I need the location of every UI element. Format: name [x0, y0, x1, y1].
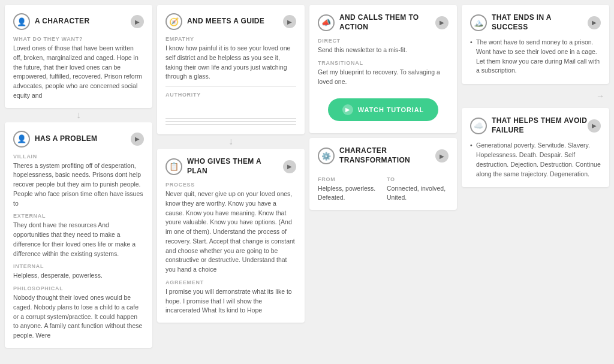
column-3: 📣 AND CALLS THEM TO ACTION ▶ DIRECT Send… [309, 5, 457, 348]
watch-tutorial-button[interactable]: ▶ WATCH TUTORIAL [328, 98, 438, 121]
divider [165, 86, 296, 87]
external-label: EXTERNAL [13, 213, 144, 219]
card-nav-button[interactable]: ▶ [435, 16, 449, 29]
card-nav-button[interactable]: ▶ [283, 160, 296, 173]
vertical-arrow-1: ↓ [5, 108, 152, 122]
to-section: TO Connected, involved, United. [387, 172, 449, 203]
card-nav-button[interactable]: ▶ [588, 16, 601, 29]
from-label: FROM [318, 176, 380, 182]
card-title-group: 👤 A CHARACTER [13, 13, 90, 30]
card-title-group: 🏔️ THAT ENDS IN A SUCCESS [470, 13, 588, 32]
card-character-transformation: ⚙️ CHARACTER TRANSFORMATION ▶ FROM Helpl… [309, 138, 457, 210]
card-header: 📋 WHO GIVES THEM A PLAN ▶ [165, 157, 296, 176]
agreement-text: I promise you will demonstrate what its … [165, 287, 296, 315]
authority-label: AUTHORITY [165, 92, 296, 98]
to-label: TO [387, 176, 449, 182]
from-to-row: FROM Helpless, powerless. Defeated. TO C… [318, 172, 449, 203]
card-header: ☁️ THAT HELPS THEM AVOID FAILURE ▶ [470, 116, 601, 135]
card-title: THAT ENDS IN A SUCCESS [492, 13, 588, 32]
authority-line2 [165, 121, 296, 122]
internal-text: Helpless, desperate, powerless. [13, 271, 144, 281]
card-title: CHARACTER TRANSFORMATION [339, 146, 435, 165]
problem-icon: 👤 [13, 131, 30, 148]
card-title-group: 📣 AND CALLS THEM TO ACTION [318, 13, 435, 32]
authority-line3 [165, 124, 296, 125]
process-text: Never quit, never give up on your loved … [165, 189, 296, 275]
card-who-gives-plan: 📋 WHO GIVES THEM A PLAN ▶ PROCESS Never … [157, 149, 305, 323]
direct-label: DIRECT [318, 38, 449, 44]
from-text: Helpless, powerless. Defeated. [318, 184, 380, 203]
card-nav-button[interactable]: ▶ [435, 149, 449, 163]
success-bullet: The wont have to send money to a prison.… [470, 38, 601, 76]
internal-label: INTERNAL [13, 263, 144, 269]
empathy-label: EMPATHY [165, 36, 296, 42]
main-layout: 👤 A CHARACTER ▶ WHAT DO THEY WANT? Loved… [5, 5, 609, 348]
play-icon: ▶ [342, 104, 353, 115]
card-a-character: 👤 A CHARACTER ▶ WHAT DO THEY WANT? Loved… [5, 5, 152, 108]
transitional-label: TRANSITIONAL [318, 60, 449, 66]
failure-bullet: Generational poverty. Servitude. Slavery… [470, 141, 601, 179]
card-title-group: 📋 WHO GIVES THEM A PLAN [165, 157, 283, 176]
column-1: 👤 A CHARACTER ▶ WHAT DO THEY WANT? Loved… [5, 5, 152, 348]
external-text: They dont have the resources And opportu… [13, 221, 144, 258]
card-calls-to-action: 📣 AND CALLS THEM TO ACTION ▶ DIRECT Send… [309, 5, 457, 133]
agreement-label: AGREEMENT [165, 279, 296, 285]
horizontal-arrow-col4: → [462, 89, 609, 103]
philosophical-label: PHILOSOPHICAL [13, 285, 144, 291]
card-avoid-failure: ☁️ THAT HELPS THEM AVOID FAILURE ▶ Gener… [462, 108, 609, 187]
column-4: 🏔️ THAT ENDS IN A SUCCESS ▶ The wont hav… [462, 5, 609, 348]
failure-icon: ☁️ [470, 118, 487, 134]
card-title: THAT HELPS THEM AVOID FAILURE [492, 116, 588, 135]
card-title: AND CALLS THEM TO ACTION [339, 13, 435, 32]
success-icon: 🏔️ [470, 14, 487, 31]
card-nav-button[interactable]: ▶ [131, 15, 144, 28]
card-title-group: ☁️ THAT HELPS THEM AVOID FAILURE [470, 116, 588, 135]
card-title: A CHARACTER [35, 17, 90, 26]
direct-text: Send this newsletter to a mis-fit. [318, 46, 449, 55]
card-title: AND MEETS A GUIDE [187, 17, 264, 26]
transformation-icon: ⚙️ [318, 148, 335, 164]
card-title-group: 🧭 AND MEETS A GUIDE [165, 13, 264, 30]
card-header: 🏔️ THAT ENDS IN A SUCCESS ▶ [470, 13, 601, 32]
character-icon: 👤 [13, 13, 30, 30]
card-header: 🧭 AND MEETS A GUIDE ▶ [165, 13, 296, 30]
card-meets-guide: 🧭 AND MEETS A GUIDE ▶ EMPATHY I know how… [157, 5, 305, 134]
philosophical-text: Nobody thought their loved ones would be… [13, 293, 144, 341]
calls-icon: 📣 [318, 14, 335, 31]
card-header: 👤 A CHARACTER ▶ [13, 13, 144, 30]
watch-tutorial-label: WATCH TUTORIAL [358, 106, 424, 113]
villain-text: Theres a system profiting off of despera… [13, 161, 144, 209]
card-title: HAS A PROBLEM [35, 134, 97, 144]
empathy-text: I know how painful it is to see your lov… [165, 44, 296, 82]
process-label: PROCESS [165, 182, 296, 188]
villain-label: VILLAIN [13, 154, 144, 160]
card-title-group: ⚙️ CHARACTER TRANSFORMATION [318, 146, 435, 165]
from-section: FROM Helpless, powerless. Defeated. [318, 172, 380, 203]
transitional-text: Get my blueprint to recovery. To salvagi… [318, 68, 449, 87]
card-title: WHO GIVES THEM A PLAN [187, 157, 283, 176]
card-ends-in-success: 🏔️ THAT ENDS IN A SUCCESS ▶ The wont hav… [462, 5, 609, 84]
card-nav-button[interactable]: ▶ [283, 15, 296, 28]
section-text: Loved ones of those that have been writt… [13, 44, 144, 101]
card-header: ⚙️ CHARACTER TRANSFORMATION ▶ [318, 146, 449, 165]
authority-line [165, 100, 296, 119]
column-2: 🧭 AND MEETS A GUIDE ▶ EMPATHY I know how… [157, 5, 305, 348]
card-has-a-problem: 👤 HAS A PROBLEM ▶ VILLAIN Theres a syste… [5, 122, 152, 348]
card-header: 👤 HAS A PROBLEM ▶ [13, 131, 144, 148]
card-nav-button[interactable]: ▶ [588, 119, 601, 133]
to-text: Connected, involved, United. [387, 184, 449, 203]
vertical-arrow-2: ↓ [157, 134, 305, 149]
card-header: 📣 AND CALLS THEM TO ACTION ▶ [318, 13, 449, 32]
card-nav-button[interactable]: ▶ [131, 133, 144, 146]
section-label: WHAT DO THEY WANT? [13, 36, 144, 42]
card-title-group: 👤 HAS A PROBLEM [13, 131, 97, 148]
guide-icon: 🧭 [165, 13, 182, 30]
watch-tutorial-container: ▶ WATCH TUTORIAL [318, 98, 449, 121]
plan-icon: 📋 [165, 158, 182, 175]
